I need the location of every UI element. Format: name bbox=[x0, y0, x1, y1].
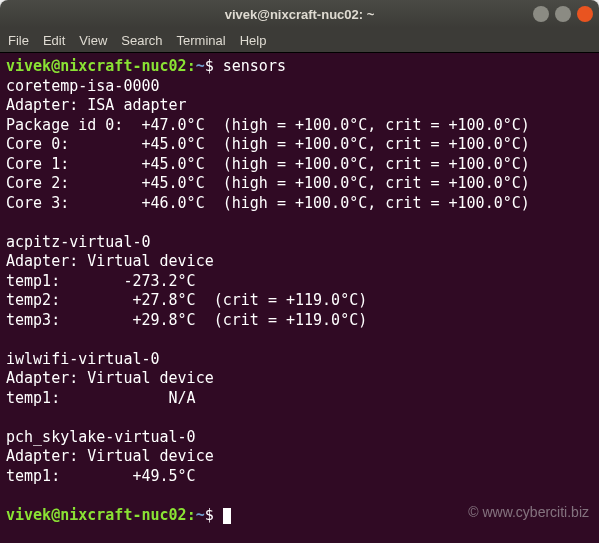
acpitz-row: temp3: +29.8°C (crit = +119.0°C) bbox=[6, 311, 367, 329]
coretemp-header: coretemp-isa-0000 bbox=[6, 77, 160, 95]
menubar: File Edit View Search Terminal Help bbox=[0, 28, 599, 53]
terminal-window: vivek@nixcraft-nuc02: ~ File Edit View S… bbox=[0, 0, 599, 543]
menu-edit[interactable]: Edit bbox=[43, 33, 65, 48]
pch-header: pch_skylake-virtual-0 bbox=[6, 428, 196, 446]
menu-help[interactable]: Help bbox=[240, 33, 267, 48]
titlebar: vivek@nixcraft-nuc02: ~ bbox=[0, 0, 599, 28]
prompt-sep: : bbox=[187, 57, 196, 75]
acpitz-adapter: Adapter: Virtual device bbox=[6, 252, 214, 270]
acpitz-row: temp2: +27.8°C (crit = +119.0°C) bbox=[6, 291, 367, 309]
prompt-user-host: vivek@nixcraft-nuc02 bbox=[6, 57, 187, 75]
maximize-button[interactable] bbox=[555, 6, 571, 22]
pch-adapter: Adapter: Virtual device bbox=[6, 447, 214, 465]
close-button[interactable] bbox=[577, 6, 593, 22]
command-text: sensors bbox=[223, 57, 286, 75]
prompt-path: ~ bbox=[196, 57, 205, 75]
iwlwifi-adapter: Adapter: Virtual device bbox=[6, 369, 214, 387]
acpitz-row: temp1: -273.2°C bbox=[6, 272, 196, 290]
prompt-symbol: $ bbox=[205, 506, 214, 524]
window-title: vivek@nixcraft-nuc02: ~ bbox=[225, 7, 375, 22]
prompt-path: ~ bbox=[196, 506, 205, 524]
acpitz-header: acpitz-virtual-0 bbox=[6, 233, 151, 251]
coretemp-row: Core 1: +45.0°C (high = +100.0°C, crit =… bbox=[6, 155, 530, 173]
iwlwifi-row: temp1: N/A bbox=[6, 389, 196, 407]
minimize-button[interactable] bbox=[533, 6, 549, 22]
coretemp-row: Core 2: +45.0°C (high = +100.0°C, crit =… bbox=[6, 174, 530, 192]
coretemp-row: Package id 0: +47.0°C (high = +100.0°C, … bbox=[6, 116, 530, 134]
iwlwifi-header: iwlwifi-virtual-0 bbox=[6, 350, 160, 368]
pch-row: temp1: +49.5°C bbox=[6, 467, 196, 485]
menu-search[interactable]: Search bbox=[121, 33, 162, 48]
prompt-symbol: $ bbox=[205, 57, 214, 75]
menu-view[interactable]: View bbox=[79, 33, 107, 48]
window-controls bbox=[533, 6, 593, 22]
watermark-text: © www.cyberciti.biz bbox=[468, 503, 589, 521]
prompt-user-host: vivek@nixcraft-nuc02 bbox=[6, 506, 187, 524]
menu-terminal[interactable]: Terminal bbox=[177, 33, 226, 48]
cursor-icon bbox=[223, 508, 231, 524]
menu-file[interactable]: File bbox=[8, 33, 29, 48]
coretemp-row: Core 3: +46.0°C (high = +100.0°C, crit =… bbox=[6, 194, 530, 212]
prompt-sep: : bbox=[187, 506, 196, 524]
coretemp-row: Core 0: +45.0°C (high = +100.0°C, crit =… bbox=[6, 135, 530, 153]
terminal-content[interactable]: vivek@nixcraft-nuc02:~$ sensors coretemp… bbox=[0, 53, 599, 543]
coretemp-adapter: Adapter: ISA adapter bbox=[6, 96, 187, 114]
